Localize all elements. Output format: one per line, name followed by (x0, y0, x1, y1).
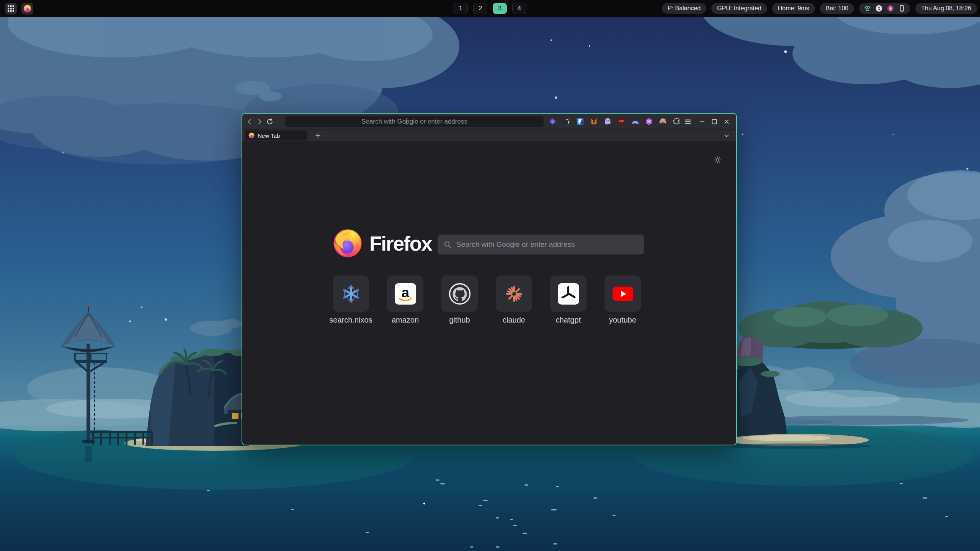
url-bar-placeholder: Search with Google or enter address (361, 118, 467, 126)
maximize-button[interactable] (709, 116, 720, 127)
search-icon (444, 241, 452, 249)
shortcut-label: chatgpt (556, 316, 581, 324)
workspace-label: 2 (479, 5, 482, 12)
shortcut-amazon[interactable]: a amazon (387, 276, 423, 324)
youtube-icon (612, 283, 634, 305)
minimize-button[interactable] (697, 116, 707, 127)
firefox-window: Search with Google or enter address UO (242, 113, 737, 445)
firefox-brand: Firefox (333, 228, 432, 258)
tab-bar: New Tab (242, 130, 736, 141)
extension-disguise-face-icon[interactable] (657, 116, 668, 127)
extensions-puzzle-icon[interactable] (671, 116, 682, 127)
back-button[interactable] (245, 116, 255, 127)
workspace-button-4[interactable]: 4 (512, 3, 526, 14)
shortcut-github[interactable]: github (441, 276, 478, 324)
workspace-switcher: 1 2 3 4 (454, 3, 526, 14)
newtab-search-placeholder: Search with Google or enter address (456, 240, 575, 249)
workspace-button-2[interactable]: 2 (473, 3, 487, 14)
window-controls (697, 116, 732, 127)
nightly-flame-icon[interactable] (887, 5, 894, 12)
shortcut-youtube[interactable]: youtube (604, 276, 641, 324)
gpu-status[interactable]: GPU: Integrated (711, 3, 767, 14)
newtab-search-bar[interactable]: Search with Google or enter address (438, 235, 644, 254)
workspace-button-1[interactable]: 1 (454, 3, 468, 14)
text-caret (407, 118, 407, 125)
extension-ghostery-icon[interactable] (602, 116, 613, 127)
workspace-label: 1 (459, 5, 462, 12)
workspace-label: 4 (518, 5, 521, 12)
system-tray (859, 3, 910, 14)
extension-purple-hex-icon[interactable] (643, 116, 655, 127)
nixos-snowflake-icon (341, 284, 361, 304)
claude-icon (505, 285, 523, 303)
power-profile-label: P: Balanced (668, 5, 701, 12)
extension-buttons: UO (547, 116, 682, 127)
shortcut-label: youtube (609, 316, 636, 324)
menu-button[interactable] (682, 116, 694, 127)
svg-text:a: a (401, 285, 409, 300)
new-tab-button[interactable] (313, 130, 323, 140)
extension-blue-doc-lock-icon[interactable] (574, 116, 586, 127)
clock-label: Thu Aug 08, 18:26 (921, 5, 971, 12)
gpu-label: GPU: Integrated (717, 5, 761, 12)
browser-toolbar: Search with Google or enter address UO (242, 114, 736, 130)
extension-blue-arc-icon[interactable] (629, 116, 641, 127)
phone-icon[interactable] (898, 5, 906, 12)
shortcut-search-nixos[interactable]: search.nixos (333, 276, 369, 324)
personalize-gear-icon[interactable] (712, 155, 722, 165)
clock[interactable]: Thu Aug 08, 18:26 (915, 3, 977, 14)
workspace-button-3[interactable]: 3 (493, 3, 507, 14)
workspace-label: 3 (498, 5, 501, 12)
app-launcher-button[interactable] (5, 3, 17, 15)
apps-grid-icon (8, 5, 14, 12)
amazon-icon: a (395, 283, 416, 305)
shortcut-chatgpt[interactable]: chatgpt (550, 276, 586, 324)
extension-metamask-icon[interactable] (588, 116, 599, 127)
close-button[interactable] (721, 116, 732, 127)
battery-label: Bat: 100 (826, 5, 849, 12)
tab-favicon-firefox (248, 132, 255, 139)
network-mask-icon[interactable] (864, 5, 871, 12)
shortcut-claude[interactable]: claude (496, 276, 532, 324)
firefox-launcher-button[interactable] (21, 3, 33, 15)
shortcut-label: claude (503, 316, 525, 324)
firefox-wordmark: Firefox (369, 232, 432, 255)
shortcut-label: github (449, 316, 470, 324)
url-bar[interactable]: Search with Google or enter address (285, 116, 544, 127)
extension-orange-ball-icon[interactable] (560, 116, 572, 127)
battery-status[interactable]: Bat: 100 (820, 3, 854, 14)
new-tab-page: Firefox Search with Google or enter addr… (242, 141, 736, 445)
desktop: 1 2 3 4 P: Balanced GPU: Integrated Home… (0, 0, 980, 551)
github-icon (449, 283, 471, 305)
extension-purple-diamond-icon[interactable] (547, 116, 558, 127)
extension-ublock-icon[interactable]: UO (616, 116, 627, 127)
chatgpt-icon (558, 283, 579, 305)
shortcut-label: amazon (392, 316, 419, 324)
reload-button[interactable] (265, 116, 275, 127)
power-profile-status[interactable]: P: Balanced (662, 3, 706, 14)
bluetooth-icon[interactable] (875, 5, 883, 12)
svg-text:UO: UO (619, 120, 624, 122)
list-tabs-chevron[interactable] (722, 131, 732, 141)
forward-button[interactable] (255, 116, 265, 127)
ping-label: Home: 9ms (778, 5, 809, 12)
firefox-icon (23, 5, 31, 13)
tab-title: New Tab (258, 132, 280, 139)
firefox-logo (333, 228, 363, 258)
shortcut-tiles: search.nixos a amazon (333, 276, 641, 324)
tab-new-tab[interactable]: New Tab (245, 130, 307, 140)
shortcut-label: search.nixos (329, 316, 372, 324)
ping-status[interactable]: Home: 9ms (772, 3, 815, 14)
top-bar: 1 2 3 4 P: Balanced GPU: Integrated Home… (0, 0, 980, 17)
